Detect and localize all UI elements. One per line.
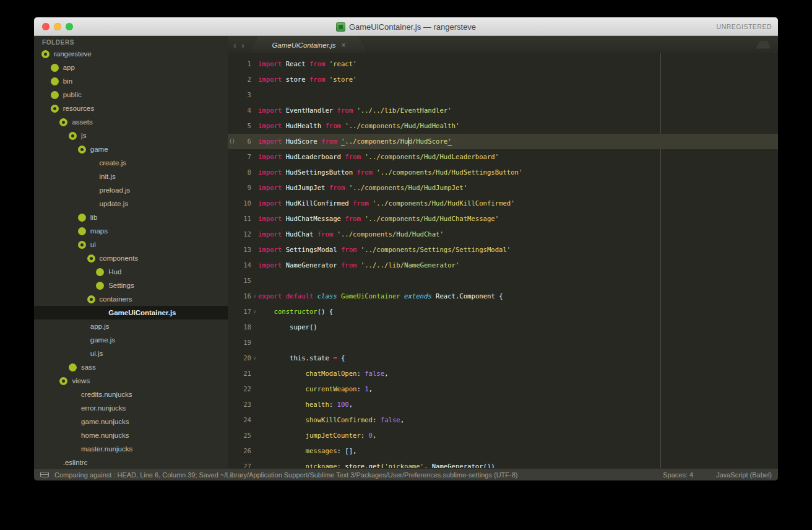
tab-gameuicontainer[interactable]: GameUiContainer.js × xyxy=(250,37,368,53)
line-number[interactable]: 2 xyxy=(236,72,251,87)
line-number[interactable]: 6 xyxy=(236,134,251,149)
line-number[interactable]: 16 xyxy=(236,289,251,304)
line-number[interactable]: 15 xyxy=(236,273,251,289)
line-number[interactable]: 20 xyxy=(236,350,251,366)
prev-tab-icon[interactable]: ‹ xyxy=(233,40,236,50)
line-number[interactable]: 10 xyxy=(236,196,251,211)
code-line-22[interactable]: 22 currentWeapon: 1, xyxy=(228,381,778,397)
tree-item-settings[interactable]: Settings xyxy=(34,279,228,292)
code-line-24[interactable]: 24 showKillConfirmed: false, xyxy=(228,412,778,428)
code-line-18[interactable]: 18 super() xyxy=(228,319,778,335)
line-number[interactable]: 18 xyxy=(236,319,251,335)
code-line-15[interactable]: 15 xyxy=(228,273,778,289)
tree-item-gameuicontainer-js[interactable]: GameUiContainer.js xyxy=(34,306,228,319)
line-number[interactable]: 17 xyxy=(236,304,251,319)
code-line-19[interactable]: 19 xyxy=(228,335,778,350)
line-number[interactable]: 25 xyxy=(236,428,251,443)
panel-toggle-icon[interactable] xyxy=(40,472,49,477)
line-number[interactable]: 3 xyxy=(236,87,251,103)
tree-item-rangersteve[interactable]: rangersteve xyxy=(34,47,228,61)
line-number[interactable]: 13 xyxy=(236,242,251,258)
line-number[interactable]: 22 xyxy=(236,381,251,397)
indent-indicator[interactable]: Spaces: 4 xyxy=(663,471,693,479)
tab-close-icon[interactable]: × xyxy=(342,41,346,49)
tree-item-game-js[interactable]: game.js xyxy=(34,333,228,347)
tree-item-components[interactable]: components xyxy=(34,251,228,265)
tree-item-preload-js[interactable]: preload.js xyxy=(34,183,228,197)
tree-item-app[interactable]: app xyxy=(34,61,228,74)
code-line-4[interactable]: 4import EventHandler from '../../lib/Eve… xyxy=(228,103,778,118)
code-line-3[interactable]: 3 xyxy=(228,87,778,103)
line-number[interactable]: 1 xyxy=(236,56,251,72)
tree-item-js[interactable]: js xyxy=(34,129,228,142)
tree-item-hud[interactable]: Hud xyxy=(34,265,228,279)
tab-overflow-icon[interactable] xyxy=(756,41,771,49)
code-line-11[interactable]: 11import HudChatMessage from '../compone… xyxy=(228,211,778,227)
line-number[interactable]: 14 xyxy=(236,258,251,273)
fold-arrow-icon[interactable]: ∨ xyxy=(251,304,258,319)
tree-item-label: error.nunjucks xyxy=(81,404,126,412)
line-number[interactable]: 19 xyxy=(236,335,251,350)
line-number[interactable]: 9 xyxy=(236,180,251,196)
code-line-20[interactable]: 20∨ this.state = { xyxy=(228,350,778,366)
tree-item-home-nunjucks[interactable]: home.nunjucks xyxy=(34,428,228,442)
code-line-12[interactable]: 12import HudChat from '../components/Hud… xyxy=(228,227,778,242)
code-line-16[interactable]: 16∨export default class GameUiContainer … xyxy=(228,289,778,304)
tree-item-credits-nunjucks[interactable]: credits.nunjucks xyxy=(34,388,228,401)
tree-item-init-js[interactable]: init.js xyxy=(34,170,228,183)
gutter-icon-slot xyxy=(228,149,236,165)
next-tab-icon[interactable]: › xyxy=(241,40,244,50)
code-editor[interactable]: 1import React from 'react'2import store … xyxy=(228,53,778,468)
fold-arrow-icon[interactable]: ∨ xyxy=(251,350,258,366)
code-line-1[interactable]: 1import React from 'react' xyxy=(228,56,778,72)
tree-item-game[interactable]: game xyxy=(34,142,228,156)
code-line-7[interactable]: 7import HudLeaderboard from '../componen… xyxy=(228,149,778,165)
title-bar[interactable]: GameUiContainer.js — rangersteve UNREGIS… xyxy=(34,17,778,36)
line-number[interactable]: 11 xyxy=(236,211,251,227)
code-line-25[interactable]: 25 jumpJetCounter: 0, xyxy=(228,428,778,443)
tree-item-master-nunjucks[interactable]: master.nunjucks xyxy=(34,442,228,456)
code-line-8[interactable]: 8import HudSettingsButton from '../compo… xyxy=(228,165,778,180)
tree-item-lib[interactable]: lib xyxy=(34,211,228,224)
line-number[interactable]: 7 xyxy=(236,149,251,165)
code-line-14[interactable]: 14import NameGenerator from '../../lib/N… xyxy=(228,258,778,273)
line-number[interactable]: 24 xyxy=(236,412,251,428)
code-line-10[interactable]: 10import HudKillConfirmed from '../compo… xyxy=(228,196,778,211)
tree-item-bin[interactable]: bin xyxy=(34,74,228,88)
tree-item-views[interactable]: views xyxy=(34,374,228,388)
tree-item-create-js[interactable]: create.js xyxy=(34,156,228,170)
tree-item-maps[interactable]: maps xyxy=(34,224,228,238)
line-number[interactable]: 5 xyxy=(236,118,251,134)
syntax-indicator[interactable]: JavaScript (Babel) xyxy=(716,471,772,479)
tree-item-assets[interactable]: assets xyxy=(34,115,228,129)
line-number[interactable]: 4 xyxy=(236,103,251,118)
code-line-26[interactable]: 26 messages: [], xyxy=(228,443,778,459)
line-number[interactable]: 27 xyxy=(236,459,251,468)
tree-item-game-nunjucks[interactable]: game.nunjucks xyxy=(34,415,228,428)
line-number[interactable]: 8 xyxy=(236,165,251,180)
code-line-23[interactable]: 23 health: 100, xyxy=(228,397,778,412)
tree-item-error-nunjucks[interactable]: error.nunjucks xyxy=(34,401,228,415)
code-line-2[interactable]: 2import store from 'store' xyxy=(228,72,778,87)
line-number[interactable]: 12 xyxy=(236,227,251,242)
tree-item-sass[interactable]: sass xyxy=(34,360,228,374)
tree-item-app-js[interactable]: app.js xyxy=(34,319,228,333)
line-number[interactable]: 23 xyxy=(236,397,251,412)
tree-item-public[interactable]: public xyxy=(34,88,228,102)
code-line-21[interactable]: 21 chatModalOpen: false, xyxy=(228,366,778,381)
fold-arrow-icon[interactable]: ∨ xyxy=(251,289,258,304)
tree-item-resources[interactable]: resources xyxy=(34,102,228,115)
tree-item-containers[interactable]: containers xyxy=(34,292,228,306)
tree-item--eslintrc[interactable]: .eslintrc xyxy=(34,456,228,468)
tree-item-ui[interactable]: ui xyxy=(34,238,228,251)
code-line-17[interactable]: 17∨ constructor() { xyxy=(228,304,778,319)
line-number[interactable]: 26 xyxy=(236,443,251,459)
tree-item-update-js[interactable]: update.js xyxy=(34,197,228,211)
code-line-6[interactable]: ()6import HudScore from '../components/H… xyxy=(228,134,778,149)
code-line-13[interactable]: 13import SettingsModal from '../componen… xyxy=(228,242,778,258)
tree-item-ui-js[interactable]: ui.js xyxy=(34,347,228,360)
code-line-27[interactable]: 27 nickname: store.get('nickname', NameG… xyxy=(228,459,778,468)
line-number[interactable]: 21 xyxy=(236,366,251,381)
code-line-9[interactable]: 9import HudJumpJet from '../components/H… xyxy=(228,180,778,196)
code-line-5[interactable]: 5import HudHealth from '../components/Hu… xyxy=(228,118,778,134)
